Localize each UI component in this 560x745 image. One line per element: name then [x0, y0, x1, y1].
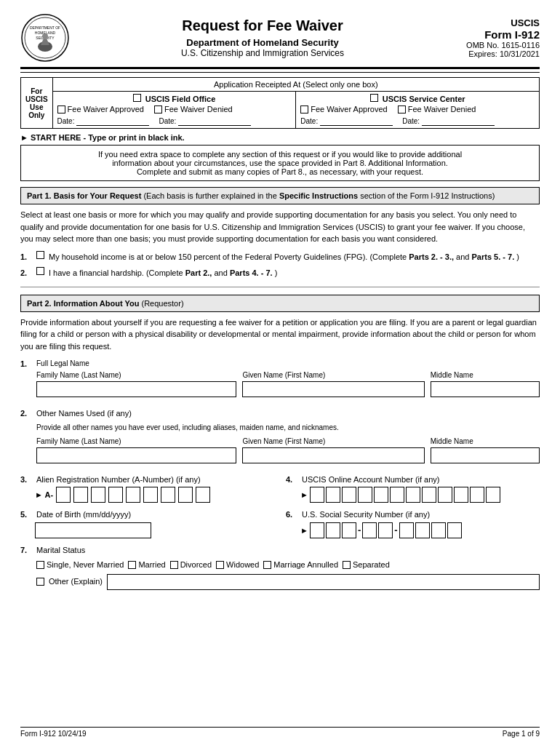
items-3-4-row: 3. Alien Registration Number (A-Number) …: [20, 474, 540, 503]
a-cell-9[interactable]: [196, 487, 210, 503]
footer-right: Page 1 of 9: [503, 730, 540, 738]
right-approved-checkbox[interactable]: [300, 105, 308, 113]
right-date-field-1[interactable]: [320, 116, 393, 126]
ssn-sep-2: -: [394, 525, 397, 535]
acct-cell-6[interactable]: [390, 487, 404, 503]
left-dates-row: Date: Date:: [57, 116, 292, 126]
acct-cell-4[interactable]: [358, 487, 372, 503]
married-checkbox[interactable]: [128, 561, 136, 569]
item1-text-main: My household income is at or below 150 p…: [49, 252, 407, 261]
middle-name-input[interactable]: [431, 381, 540, 397]
other-names-section: Other Names Used (if any) Provide all ot…: [36, 407, 540, 469]
acct-cell-9[interactable]: [438, 487, 452, 503]
a-cell-4[interactable]: [108, 487, 123, 503]
info-box-text: If you need extra space to complete any …: [98, 150, 462, 176]
left-approved-checkbox[interactable]: [57, 105, 65, 113]
left-date-field-1[interactable]: [76, 116, 149, 126]
annulled-checkbox-group: Marriage Annulled: [263, 559, 338, 571]
annulled-checkbox[interactable]: [263, 561, 271, 569]
dob-input[interactable]: [35, 522, 151, 538]
separated-checkbox[interactable]: [343, 561, 351, 569]
single-checkbox-group: Single, Never Married: [36, 559, 124, 571]
ssn-cell-7[interactable]: [415, 522, 430, 538]
for-use-label: ForUSCISUseOnly: [25, 87, 48, 119]
part1-description: Select at least one basis or more for wh…: [20, 209, 540, 245]
other-family-name-label: Family Name (Last Name): [36, 436, 236, 447]
page-header: DEPARTMENT OF HOMELAND SECURITY Request …: [20, 13, 540, 63]
a-cell-3[interactable]: [91, 487, 105, 503]
acct-cell-3[interactable]: [342, 487, 356, 503]
item6-numbered: 6. U.S. Social Security Number (if any): [286, 509, 540, 521]
family-name-input[interactable]: [36, 381, 236, 397]
other-checkbox[interactable]: [36, 578, 44, 586]
a-cell-1[interactable]: [56, 487, 71, 503]
right-date-field-2[interactable]: [422, 116, 495, 126]
acct-cell-11[interactable]: [470, 487, 484, 503]
item6-section: 6. U.S. Social Security Number (if any) …: [286, 509, 540, 538]
widowed-checkbox[interactable]: [216, 561, 224, 569]
acct-cell-12[interactable]: [486, 487, 500, 503]
other-explain-input[interactable]: [107, 574, 540, 590]
acct-cell-10[interactable]: [454, 487, 468, 503]
acct-cell-7[interactable]: [406, 487, 420, 503]
part2-header: Part 2. Information About You (Requestor…: [20, 295, 540, 312]
ssn-cell-4[interactable]: [362, 522, 377, 538]
a-cell-7[interactable]: [161, 487, 175, 503]
right-office-checkbox[interactable]: [370, 94, 378, 102]
item2-number: 2.: [20, 267, 32, 279]
acct-cell-5[interactable]: [374, 487, 388, 503]
left-office-checkbox[interactable]: [133, 94, 141, 102]
left-waiver-row: Fee Waiver Approved Fee Waiver Denied: [57, 105, 292, 113]
right-denied-checkbox-group: Fee Waiver Denied: [398, 105, 476, 113]
header-center: Request for Fee Waiver Department of Hom…: [80, 17, 445, 58]
part1-specific-instructions: Specific Instructions: [279, 191, 358, 200]
acct-cell-2[interactable]: [326, 487, 340, 503]
acct-cell-1[interactable]: [310, 487, 324, 503]
ssn-cell-3[interactable]: [342, 522, 356, 538]
a-cell-6[interactable]: [143, 487, 158, 503]
part2-item2: 2. Other Names Used (if any) Provide all…: [20, 407, 540, 469]
start-here-text: ► START HERE - Type or print in black in…: [20, 133, 185, 142]
item3-numbered: 3. Alien Registration Number (A-Number) …: [20, 474, 274, 486]
p2-item4-num: 4.: [286, 474, 297, 486]
ssn-cell-1[interactable]: [310, 522, 324, 538]
left-approved-label: Fee Waiver Approved: [68, 105, 144, 113]
a-cell-2[interactable]: [73, 487, 88, 503]
receipt-title: Application Receipted At: [214, 80, 300, 89]
divorced-label: Divorced: [180, 559, 212, 571]
part2-item1: 1. Full Legal Name Family Name (Last Nam…: [20, 358, 540, 403]
separated-label: Separated: [353, 559, 390, 571]
other-family-name-input[interactable]: [36, 447, 236, 463]
item2-checkbox[interactable]: [36, 267, 44, 275]
left-office-cell: USCIS Field Office Fee Waiver Approved F…: [52, 92, 296, 129]
ssn-sep-1: -: [358, 525, 361, 535]
single-checkbox[interactable]: [36, 561, 44, 569]
married-label: Married: [138, 559, 165, 571]
items-5-6-row: 5. Date of Birth (mm/dd/yyyy) 6. U.S. So…: [20, 509, 540, 538]
other-given-name-group: Given Name (First Name): [242, 436, 424, 463]
annulled-label: Marriage Annulled: [273, 559, 338, 571]
item5-label: Date of Birth (mm/dd/yyyy): [36, 509, 131, 521]
ssn-cell-9[interactable]: [447, 522, 462, 538]
right-approved-checkbox-group: Fee Waiver Approved: [300, 105, 387, 113]
item1-checkbox[interactable]: [36, 251, 44, 259]
ssn-cell-8[interactable]: [431, 522, 446, 538]
a-cell-8[interactable]: [178, 487, 193, 503]
acct-cell-8[interactable]: [422, 487, 436, 503]
right-denied-checkbox[interactable]: [398, 105, 406, 113]
given-name-input[interactable]: [242, 381, 424, 397]
other-given-name-input[interactable]: [242, 447, 424, 463]
left-approved-checkbox-group: Fee Waiver Approved: [57, 105, 144, 113]
other-middle-name-input[interactable]: [431, 447, 540, 463]
divorced-checkbox[interactable]: [170, 561, 178, 569]
left-denied-checkbox[interactable]: [154, 105, 162, 113]
left-date-field-2[interactable]: [178, 116, 251, 126]
ssn-cell-2[interactable]: [326, 522, 340, 538]
other-explain-label: Other (Explain): [49, 575, 103, 588]
ssn-cell-5[interactable]: [378, 522, 393, 538]
a-cell-5[interactable]: [126, 487, 140, 503]
ssn-cell-6[interactable]: [399, 522, 414, 538]
agency-name: U.S. Citizenship and Immigration Service…: [80, 48, 445, 58]
p2-item1-num: 1.: [20, 358, 32, 403]
item2-end: ): [275, 268, 278, 277]
